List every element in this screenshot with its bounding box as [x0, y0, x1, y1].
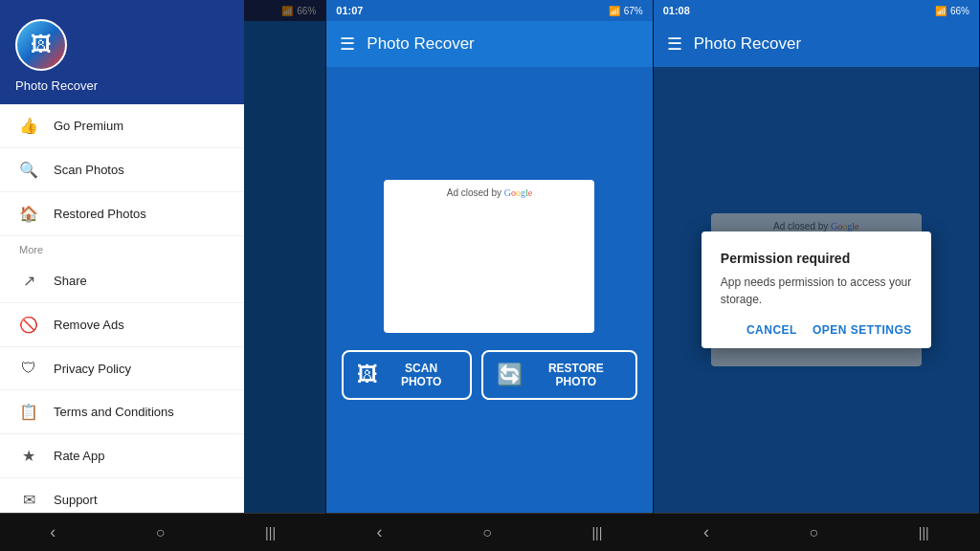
menu-remove-ads[interactable]: 🚫 Remove Ads — [0, 303, 244, 347]
permission-dialog: Permission required App needs permission… — [702, 231, 931, 348]
nav-bar-1: ‹ ○ ||| — [0, 513, 325, 551]
status-bar-2: 01:07 📶 67% — [326, 0, 652, 21]
restore-photo-label: RESTORE PHOTO — [530, 362, 622, 389]
panel-3-dialog: 01:08 📶 66% ☰ Photo Recover Ad closed by… — [654, 0, 980, 551]
panel-1-drawer: 01:07 📶 66% RESTOREPHOTO 🖼 Photo Recover… — [0, 0, 326, 551]
nav-bar-3: ‹ ○ ||| — [654, 513, 979, 551]
remove-ads-icon: 🚫 — [19, 316, 38, 334]
google-label: Google — [504, 187, 532, 198]
dialog-message: App needs permission to access your stor… — [721, 274, 912, 308]
time-2: 01:07 — [336, 5, 363, 16]
drawer-menu: 👍 Go Premium 🔍 Scan Photos 🏠 Restored Ph… — [0, 104, 244, 551]
scan-label: Scan Photos — [54, 163, 124, 177]
privacy-label: Privacy Policy — [54, 362, 131, 376]
action-buttons: 🖼 SCAN PHOTO 🔄 RESTORE PHOTO — [342, 350, 636, 401]
home-button-2[interactable]: ○ — [482, 524, 492, 541]
home-button-1[interactable]: ○ — [156, 524, 166, 541]
ad-label: Ad closed by — [447, 187, 504, 198]
dialog-title: Permission required — [721, 251, 912, 266]
scan-photo-icon: 🖼 — [357, 363, 378, 387]
premium-icon: 👍 — [19, 117, 38, 135]
menu-terms[interactable]: 📋 Terms and Conditions — [0, 390, 244, 434]
menu-share[interactable]: ↗ Share — [0, 259, 244, 303]
scan-photo-label: SCAN PHOTO — [386, 362, 457, 389]
cancel-button[interactable]: CANCEL — [746, 323, 797, 337]
main-content-2: Ad closed by Google 🖼 SCAN PHOTO 🔄 RESTO… — [326, 67, 652, 513]
scan-photo-button[interactable]: 🖼 SCAN PHOTO — [342, 350, 472, 401]
back-button-2[interactable]: ‹ — [377, 522, 383, 542]
drawer-app-name: Photo Recover — [15, 78, 98, 93]
drawer-divider: More — [0, 236, 244, 259]
menu-scan-photos[interactable]: 🔍 Scan Photos — [0, 148, 244, 192]
support-label: Support — [54, 493, 98, 507]
support-icon: ✉ — [19, 491, 38, 509]
drawer-scrim[interactable] — [244, 0, 325, 551]
panel-2-main: 01:07 📶 67% ☰ Photo Recover Ad closed by… — [326, 0, 653, 551]
back-button-3[interactable]: ‹ — [703, 522, 709, 542]
rate-icon: ★ — [19, 447, 38, 465]
app-bar-3: ☰ Photo Recover — [654, 21, 979, 67]
recent-button-3[interactable]: ||| — [919, 525, 929, 540]
share-label: Share — [54, 274, 87, 288]
drawer-avatar: 🖼 — [15, 19, 67, 71]
app-title-2: Photo Recover — [367, 34, 474, 54]
share-icon: ↗ — [19, 272, 38, 290]
dialog-actions: CANCEL OPEN SETTINGS — [721, 323, 912, 337]
ad-box-2: Ad closed by Google — [384, 180, 594, 333]
signal-icon-2: 📶 — [609, 6, 620, 16]
menu-go-premium[interactable]: 👍 Go Premium — [0, 104, 244, 148]
signal-icon-3: 📶 — [935, 6, 947, 16]
back-button-1[interactable]: ‹ — [50, 522, 56, 542]
main-content-3-dim: Ad closed by Google Permission required … — [654, 67, 979, 513]
app-title-3: Photo Recover — [694, 34, 801, 54]
time-3: 01:08 — [663, 5, 690, 16]
drawer-panel: 🖼 Photo Recover 👍 Go Premium 🔍 Scan Phot… — [0, 0, 244, 551]
battery-2: 67% — [624, 6, 643, 16]
nav-bar-2: ‹ ○ ||| — [326, 513, 652, 551]
menu-button-2[interactable]: ☰ — [340, 33, 355, 55]
restored-label: Restored Photos — [54, 207, 146, 221]
dialog-overlay: Permission required App needs permission… — [654, 67, 979, 513]
terms-icon: 📋 — [19, 403, 38, 421]
ad-text-2: Ad closed by Google — [447, 187, 533, 198]
drawer-overlay: 🖼 Photo Recover 👍 Go Premium 🔍 Scan Phot… — [0, 0, 325, 551]
remove-ads-label: Remove Ads — [54, 318, 124, 332]
battery-3: 66% — [950, 6, 969, 16]
status-bar-3: 01:08 📶 66% — [654, 0, 979, 21]
terms-label: Terms and Conditions — [54, 405, 174, 419]
menu-restored-photos[interactable]: 🏠 Restored Photos — [0, 192, 244, 236]
app-bar-2: ☰ Photo Recover — [326, 21, 652, 67]
status-icons-2: 📶 67% — [609, 6, 643, 16]
recent-button-2[interactable]: ||| — [591, 525, 602, 540]
status-icons-3: 📶 66% — [935, 6, 969, 16]
recent-button-1[interactable]: ||| — [265, 525, 276, 540]
premium-label: Go Premium — [54, 119, 123, 133]
drawer-header: 🖼 Photo Recover — [0, 0, 244, 104]
rate-label: Rate App — [54, 449, 105, 463]
menu-button-3[interactable]: ☰ — [667, 33, 682, 55]
restored-icon: 🏠 — [19, 205, 38, 223]
menu-privacy-policy[interactable]: 🛡 Privacy Policy — [0, 347, 244, 390]
menu-rate-app[interactable]: ★ Rate App — [0, 434, 244, 478]
open-settings-button[interactable]: OPEN SETTINGS — [813, 323, 912, 337]
restore-photo-button[interactable]: 🔄 RESTORE PHOTO — [481, 350, 637, 401]
restore-photo-icon: 🔄 — [497, 363, 523, 387]
home-button-3[interactable]: ○ — [810, 524, 819, 541]
privacy-icon: 🛡 — [19, 360, 38, 377]
scan-icon: 🔍 — [19, 161, 38, 179]
